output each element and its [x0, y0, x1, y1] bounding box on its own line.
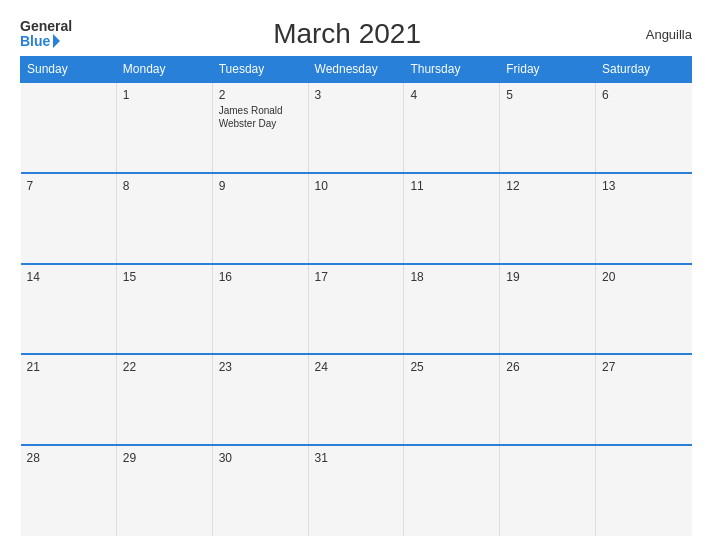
calendar-cell: 12: [500, 173, 596, 264]
calendar-cell: [404, 445, 500, 536]
day-number: 8: [123, 179, 206, 193]
calendar-header: General Blue March 2021 Anguilla: [20, 18, 692, 50]
calendar-cell: 9: [212, 173, 308, 264]
calendar-cell: 2James Ronald Webster Day: [212, 82, 308, 173]
day-number: 14: [27, 270, 110, 284]
day-number: 18: [410, 270, 493, 284]
calendar-cell: 27: [596, 354, 692, 445]
calendar-cell: 21: [21, 354, 117, 445]
day-number: 11: [410, 179, 493, 193]
day-number: 29: [123, 451, 206, 465]
calendar-cell: 6: [596, 82, 692, 173]
calendar-cell: 31: [308, 445, 404, 536]
calendar-cell: 20: [596, 264, 692, 355]
header-friday: Friday: [500, 57, 596, 83]
day-number: 16: [219, 270, 302, 284]
header-monday: Monday: [116, 57, 212, 83]
calendar-cell: 14: [21, 264, 117, 355]
day-number: 3: [315, 88, 398, 102]
days-header-row: Sunday Monday Tuesday Wednesday Thursday…: [21, 57, 692, 83]
calendar-cell: 16: [212, 264, 308, 355]
calendar-cell: 18: [404, 264, 500, 355]
calendar-cell: 7: [21, 173, 117, 264]
calendar-cell: 26: [500, 354, 596, 445]
day-number: 7: [27, 179, 110, 193]
header-wednesday: Wednesday: [308, 57, 404, 83]
calendar-cell: 5: [500, 82, 596, 173]
calendar-cell: [596, 445, 692, 536]
day-number: 23: [219, 360, 302, 374]
calendar-cell: 28: [21, 445, 117, 536]
day-number: 4: [410, 88, 493, 102]
header-sunday: Sunday: [21, 57, 117, 83]
calendar-cell: 17: [308, 264, 404, 355]
calendar-cell: 10: [308, 173, 404, 264]
day-number: 12: [506, 179, 589, 193]
calendar-cell: 15: [116, 264, 212, 355]
calendar-week-row: 14151617181920: [21, 264, 692, 355]
day-number: 17: [315, 270, 398, 284]
logo-blue-text: Blue: [20, 33, 60, 49]
calendar-week-row: 21222324252627: [21, 354, 692, 445]
day-number: 2: [219, 88, 302, 102]
region-label: Anguilla: [622, 27, 692, 42]
day-number: 6: [602, 88, 685, 102]
day-number: 26: [506, 360, 589, 374]
day-number: 1: [123, 88, 206, 102]
calendar-cell: [500, 445, 596, 536]
day-number: 9: [219, 179, 302, 193]
logo-triangle-icon: [53, 34, 60, 48]
day-number: 25: [410, 360, 493, 374]
day-number: 15: [123, 270, 206, 284]
calendar-cell: 1: [116, 82, 212, 173]
day-number: 20: [602, 270, 685, 284]
logo: General Blue: [20, 19, 72, 49]
day-number: 31: [315, 451, 398, 465]
calendar-table: Sunday Monday Tuesday Wednesday Thursday…: [20, 56, 692, 536]
calendar-page: General Blue March 2021 Anguilla Sunday …: [0, 0, 712, 550]
calendar-cell: 29: [116, 445, 212, 536]
calendar-title: March 2021: [72, 18, 622, 50]
calendar-cell: 13: [596, 173, 692, 264]
header-tuesday: Tuesday: [212, 57, 308, 83]
calendar-cell: 19: [500, 264, 596, 355]
calendar-week-row: 12James Ronald Webster Day3456: [21, 82, 692, 173]
calendar-cell: 11: [404, 173, 500, 264]
day-number: 5: [506, 88, 589, 102]
calendar-cell: [21, 82, 117, 173]
calendar-cell: 3: [308, 82, 404, 173]
calendar-cell: 8: [116, 173, 212, 264]
event-label: James Ronald Webster Day: [219, 104, 302, 130]
day-number: 30: [219, 451, 302, 465]
calendar-cell: 24: [308, 354, 404, 445]
day-number: 19: [506, 270, 589, 284]
calendar-cell: 22: [116, 354, 212, 445]
calendar-body: 12James Ronald Webster Day34567891011121…: [21, 82, 692, 536]
day-number: 10: [315, 179, 398, 193]
calendar-cell: 25: [404, 354, 500, 445]
calendar-cell: 23: [212, 354, 308, 445]
day-number: 22: [123, 360, 206, 374]
day-number: 24: [315, 360, 398, 374]
calendar-week-row: 78910111213: [21, 173, 692, 264]
day-number: 27: [602, 360, 685, 374]
calendar-cell: 30: [212, 445, 308, 536]
header-thursday: Thursday: [404, 57, 500, 83]
day-number: 13: [602, 179, 685, 193]
day-number: 28: [27, 451, 110, 465]
calendar-week-row: 28293031: [21, 445, 692, 536]
calendar-cell: 4: [404, 82, 500, 173]
logo-general-text: General: [20, 19, 72, 33]
day-number: 21: [27, 360, 110, 374]
header-saturday: Saturday: [596, 57, 692, 83]
